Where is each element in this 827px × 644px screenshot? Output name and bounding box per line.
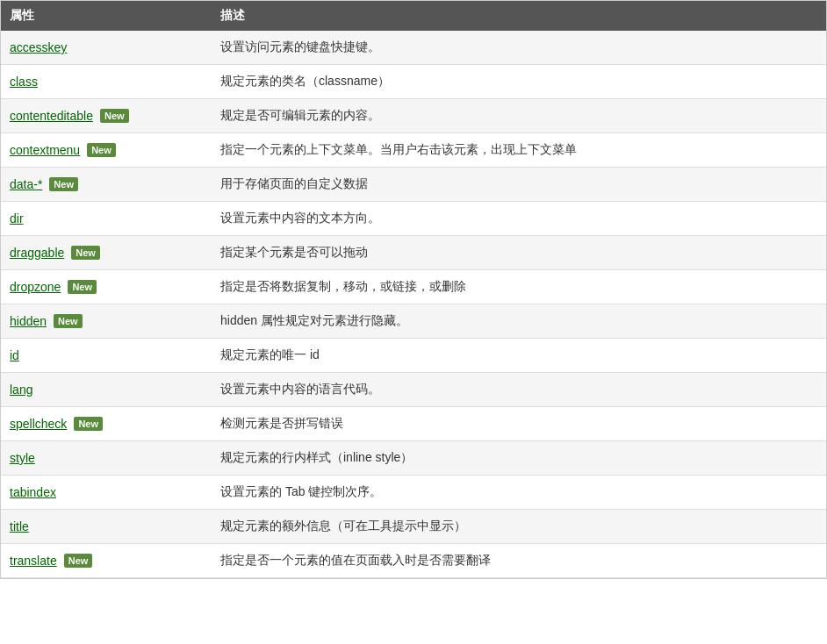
- desc-cell: 设置元素的 Tab 键控制次序。: [220, 484, 817, 500]
- attr-cell: spellcheckNew: [10, 417, 220, 431]
- attr-link-lang[interactable]: lang: [10, 383, 32, 397]
- desc-cell: 指定一个元素的上下文菜单。当用户右击该元素，出现上下文菜单: [220, 142, 817, 158]
- table-row: translateNew指定是否一个元素的值在页面载入时是否需要翻译: [1, 544, 826, 578]
- table-row: dropzoneNew指定是否将数据复制，移动，或链接，或删除: [1, 270, 826, 304]
- attr-link-id[interactable]: id: [10, 348, 19, 362]
- table-row: contextmenuNew指定一个元素的上下文菜单。当用户右击该元素，出现上下…: [1, 133, 826, 168]
- header-attr: 属性: [10, 8, 220, 24]
- new-badge: New: [68, 280, 97, 294]
- desc-cell: 规定是否可编辑元素的内容。: [220, 108, 817, 124]
- new-badge: New: [49, 177, 78, 191]
- attr-cell: translateNew: [10, 554, 220, 568]
- attr-cell: lang: [10, 383, 220, 397]
- attr-link-title[interactable]: title: [10, 519, 29, 533]
- table-row: accesskey设置访问元素的键盘快捷键。: [1, 31, 826, 65]
- table-row: hiddenNewhidden 属性规定对元素进行隐藏。: [1, 304, 826, 339]
- header-desc: 描述: [220, 8, 817, 24]
- desc-cell: 规定元素的行内样式（inline style）: [220, 450, 817, 466]
- desc-cell: 指定是否一个元素的值在页面载入时是否需要翻译: [220, 553, 817, 569]
- desc-cell: 规定元素的类名（classname）: [220, 74, 817, 89]
- attr-cell: dir: [10, 211, 220, 225]
- table-row: draggableNew指定某个元素是否可以拖动: [1, 236, 826, 270]
- new-badge: New: [87, 143, 116, 157]
- new-badge: New: [100, 109, 129, 123]
- desc-cell: 设置元素中内容的语言代码。: [220, 382, 817, 397]
- attr-cell: style: [10, 451, 220, 465]
- desc-cell: 用于存储页面的自定义数据: [220, 176, 817, 192]
- desc-cell: hidden 属性规定对元素进行隐藏。: [220, 313, 817, 329]
- new-badge: New: [71, 246, 100, 260]
- attr-link-style[interactable]: style: [10, 451, 35, 465]
- new-badge: New: [54, 314, 83, 328]
- table-body: accesskey设置访问元素的键盘快捷键。class规定元素的类名（class…: [1, 31, 826, 578]
- attr-link-hidden[interactable]: hidden: [10, 314, 47, 328]
- table-row: data-*New用于存储页面的自定义数据: [1, 168, 826, 202]
- desc-cell: 指定是否将数据复制，移动，或链接，或删除: [220, 279, 817, 295]
- attr-cell: class: [10, 75, 220, 89]
- desc-cell: 检测元素是否拼写错误: [220, 416, 817, 432]
- table-row: tabindex设置元素的 Tab 键控制次序。: [1, 476, 826, 510]
- attr-cell: data-*New: [10, 177, 220, 191]
- new-badge: New: [74, 417, 103, 431]
- desc-cell: 规定元素的唯一 id: [220, 347, 817, 363]
- attributes-table: 属性 描述 accesskey设置访问元素的键盘快捷键。class规定元素的类名…: [0, 0, 827, 579]
- attr-link-data-*[interactable]: data-*: [10, 177, 42, 191]
- attr-cell: draggableNew: [10, 246, 220, 260]
- attr-link-translate[interactable]: translate: [10, 554, 57, 568]
- table-row: contenteditableNew规定是否可编辑元素的内容。: [1, 99, 826, 133]
- table-row: title规定元素的额外信息（可在工具提示中显示）: [1, 510, 826, 544]
- attr-cell: accesskey: [10, 40, 220, 54]
- table-header: 属性 描述: [1, 1, 826, 31]
- table-row: id规定元素的唯一 id: [1, 339, 826, 373]
- attr-link-class[interactable]: class: [10, 75, 38, 89]
- new-badge: New: [64, 554, 93, 568]
- attr-cell: dropzoneNew: [10, 280, 220, 294]
- attr-link-tabindex[interactable]: tabindex: [10, 485, 56, 499]
- attr-cell: title: [10, 519, 220, 533]
- attr-link-accesskey[interactable]: accesskey: [10, 40, 67, 54]
- attr-link-spellcheck[interactable]: spellcheck: [10, 417, 67, 431]
- attr-link-dir[interactable]: dir: [10, 211, 24, 225]
- desc-cell: 设置元素中内容的文本方向。: [220, 211, 817, 226]
- table-row: lang设置元素中内容的语言代码。: [1, 373, 826, 407]
- desc-cell: 规定元素的额外信息（可在工具提示中显示）: [220, 519, 817, 534]
- table-row: spellcheckNew检测元素是否拼写错误: [1, 407, 826, 441]
- table-row: style规定元素的行内样式（inline style）: [1, 441, 826, 476]
- attr-link-contenteditable[interactable]: contenteditable: [10, 109, 93, 123]
- attr-cell: contenteditableNew: [10, 109, 220, 123]
- table-row: dir设置元素中内容的文本方向。: [1, 202, 826, 236]
- attr-link-dropzone[interactable]: dropzone: [10, 280, 61, 294]
- attr-cell: contextmenuNew: [10, 143, 220, 157]
- attr-cell: hiddenNew: [10, 314, 220, 328]
- table-row: class规定元素的类名（classname）: [1, 65, 826, 99]
- desc-cell: 指定某个元素是否可以拖动: [220, 245, 817, 261]
- desc-cell: 设置访问元素的键盘快捷键。: [220, 39, 817, 55]
- attr-link-contextmenu[interactable]: contextmenu: [10, 143, 80, 157]
- attr-cell: tabindex: [10, 485, 220, 499]
- attr-cell: id: [10, 348, 220, 362]
- attr-link-draggable[interactable]: draggable: [10, 246, 64, 260]
